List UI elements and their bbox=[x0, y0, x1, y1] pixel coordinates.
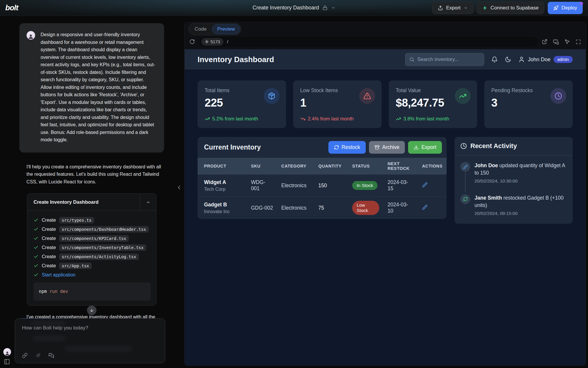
link-icon bbox=[22, 353, 28, 358]
export-csv-button[interactable]: Export bbox=[408, 141, 442, 154]
tab-code[interactable]: Code bbox=[189, 24, 212, 34]
blurred-suggestion bbox=[65, 347, 133, 351]
maximize-icon bbox=[576, 39, 581, 44]
inventory-title: Current Inventory bbox=[204, 143, 261, 151]
archive-button[interactable]: Archive bbox=[369, 141, 405, 154]
alert-triangle-icon bbox=[359, 88, 375, 104]
search-input[interactable] bbox=[417, 57, 480, 62]
user-name: John Doe bbox=[528, 57, 550, 63]
clock-icon bbox=[460, 143, 467, 149]
connect-supabase-button[interactable]: Connect to Supabase bbox=[477, 2, 544, 14]
project-title-menu[interactable]: Create Inventory Dashboard bbox=[253, 0, 335, 16]
search-icon bbox=[409, 57, 415, 62]
file-path-chip[interactable]: src/components/DashboardHeader.tsx bbox=[59, 226, 149, 233]
trending-down-icon bbox=[300, 116, 305, 122]
pencil-icon bbox=[460, 162, 470, 172]
inspect-element-button[interactable] bbox=[564, 39, 570, 44]
check-icon bbox=[34, 227, 39, 232]
upload-icon bbox=[438, 5, 443, 11]
inventory-search[interactable] bbox=[405, 53, 484, 66]
arrow-down-icon bbox=[89, 308, 94, 313]
check-icon bbox=[34, 245, 39, 250]
collapse-chat-button[interactable] bbox=[176, 184, 182, 191]
tab-preview[interactable]: Preview bbox=[212, 24, 240, 34]
activity-item: Jane Smith restocked Gadget B (+100 unit… bbox=[460, 194, 567, 216]
monitor-smartphone-icon bbox=[553, 39, 559, 45]
activity-item: John Doe updated quantity of Widget A to… bbox=[460, 162, 567, 184]
check-icon bbox=[34, 254, 39, 259]
user-message-text: Design a responsive and user-friendly in… bbox=[41, 31, 156, 144]
status-badge: Low Stock bbox=[352, 201, 379, 215]
dark-mode-toggle[interactable] bbox=[505, 56, 511, 63]
user-message: Design a responsive and user-friendly in… bbox=[19, 23, 164, 152]
artifact-step-start: Start application bbox=[34, 270, 151, 279]
code-preview-toggle: Code Preview bbox=[188, 23, 241, 35]
moon-icon bbox=[505, 56, 511, 63]
file-path-chip[interactable]: src/App.tsx bbox=[59, 263, 92, 269]
chat-input-box bbox=[15, 318, 165, 363]
kpi-row: Total Items 225 5.2% from last month Low… bbox=[198, 80, 573, 128]
lock-icon bbox=[323, 5, 328, 10]
chevron-down-icon bbox=[331, 6, 335, 10]
url-path: / bbox=[227, 39, 228, 44]
scroll-to-bottom-button[interactable] bbox=[87, 306, 96, 315]
file-path-chip[interactable]: src/components/KPICard.tsx bbox=[59, 235, 129, 242]
user-menu[interactable]: John Doe admin bbox=[518, 56, 573, 63]
sidebar-toggle-button[interactable] bbox=[4, 359, 10, 365]
restock-button[interactable]: Restock bbox=[328, 141, 366, 154]
blurred-suggestion bbox=[30, 321, 66, 326]
inventory-table: PRODUCT SKU CATEGORY QUANTITY STATUS NEX… bbox=[198, 158, 447, 219]
artifact-step: Create src/App.tsx bbox=[34, 261, 151, 270]
file-path-chip[interactable]: src/components/InventoryTable.tsx bbox=[59, 244, 146, 251]
file-path-chip[interactable]: src/components/ActivityLog.tsx bbox=[59, 253, 139, 260]
edit-row-button[interactable] bbox=[422, 182, 427, 188]
export-button[interactable]: Export bbox=[432, 2, 473, 14]
file-path-chip[interactable]: src/types.ts bbox=[59, 217, 94, 223]
status-badge: In Stock bbox=[352, 181, 377, 190]
supabase-icon bbox=[482, 5, 488, 11]
user-icon bbox=[518, 56, 525, 63]
table-row: Widget A Tech Corp WDG-001 Electronics 1… bbox=[198, 174, 447, 197]
check-icon bbox=[34, 218, 39, 223]
attach-link-button[interactable] bbox=[22, 353, 28, 358]
dashboard-title: Inventory Dashboard bbox=[198, 55, 274, 64]
inventory-table-card: Current Inventory Restock Archive bbox=[198, 137, 447, 219]
trending-up-icon bbox=[396, 116, 401, 122]
table-row: Gadget B Innovate Inc GDG-002 Electronic… bbox=[198, 197, 447, 219]
activity-timestamp: 20/02/2024, 10:30:00 bbox=[475, 178, 567, 184]
open-external-button[interactable] bbox=[542, 39, 547, 44]
port-chip[interactable]: 5173 bbox=[201, 38, 223, 46]
package-icon bbox=[264, 88, 280, 104]
deploy-button[interactable]: Deploy bbox=[548, 2, 583, 14]
artifact-step: Create src/types.ts bbox=[34, 216, 151, 225]
discuss-mode-button[interactable] bbox=[49, 353, 54, 358]
pencil-icon bbox=[422, 182, 427, 188]
blurred-suggestion bbox=[33, 336, 66, 340]
artifact-step: Create src/components/ActivityLog.tsx bbox=[34, 252, 151, 261]
role-badge: admin bbox=[554, 56, 573, 63]
refresh-icon bbox=[189, 39, 195, 44]
workbench: Design a responsive and user-friendly in… bbox=[0, 16, 588, 368]
fullscreen-button[interactable] bbox=[576, 39, 581, 44]
assistant-intro-text: I'll help you create a comprehensive inv… bbox=[26, 163, 164, 186]
rocket-icon bbox=[553, 5, 559, 11]
notifications-button[interactable] bbox=[491, 56, 498, 63]
artifact-step: Create src/components/KPICard.tsx bbox=[34, 234, 151, 243]
chevron-up-icon bbox=[146, 200, 151, 205]
preview-urlbar: 5173 / bbox=[185, 36, 586, 49]
enhance-prompt-button[interactable] bbox=[35, 353, 41, 358]
refresh-icon bbox=[334, 145, 339, 150]
artifact-collapse-button[interactable] bbox=[140, 194, 156, 210]
kpi-pending-restocks: Pending Restocks 3 bbox=[484, 80, 573, 128]
project-title: Create Inventory Dashboard bbox=[253, 5, 319, 11]
reload-button[interactable] bbox=[189, 39, 195, 44]
account-avatar[interactable] bbox=[3, 348, 11, 356]
trending-up-icon bbox=[455, 88, 471, 104]
device-preview-button[interactable] bbox=[553, 39, 559, 45]
start-application-link[interactable]: Start application bbox=[42, 272, 76, 278]
edit-row-button[interactable] bbox=[422, 205, 427, 210]
chevron-left-icon bbox=[176, 184, 182, 191]
preview-panel: Code Preview 5173 / bbox=[184, 22, 586, 366]
bolt-logo[interactable]: bolt bbox=[5, 3, 18, 12]
address-bar[interactable]: 5173 / bbox=[199, 37, 538, 47]
